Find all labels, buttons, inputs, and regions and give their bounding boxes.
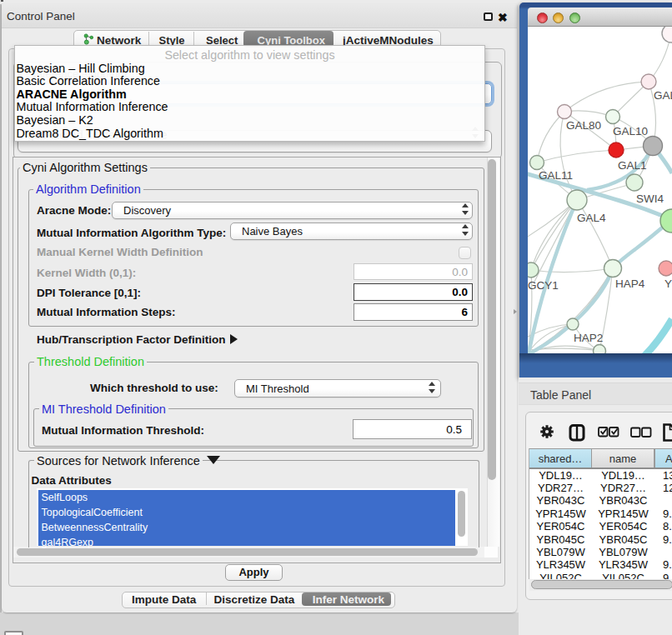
svg-text:GAL11: GAL11 [539, 169, 573, 182]
svg-text:SWI4: SWI4 [636, 192, 664, 205]
svg-text:GCY1: GCY1 [528, 279, 559, 292]
svg-text:GAL80: GAL80 [566, 119, 601, 132]
svg-text:GAL1: GAL1 [618, 159, 647, 172]
svg-text:HAP2: HAP2 [574, 332, 603, 344]
svg-text:GAL10: GAL10 [613, 125, 648, 138]
svg-text:HAP4: HAP4 [615, 278, 645, 290]
svg-text:YM: YM [664, 278, 672, 290]
svg-text:GAL4: GAL4 [577, 212, 606, 224]
svg-text:GAL7: GAL7 [654, 89, 672, 102]
